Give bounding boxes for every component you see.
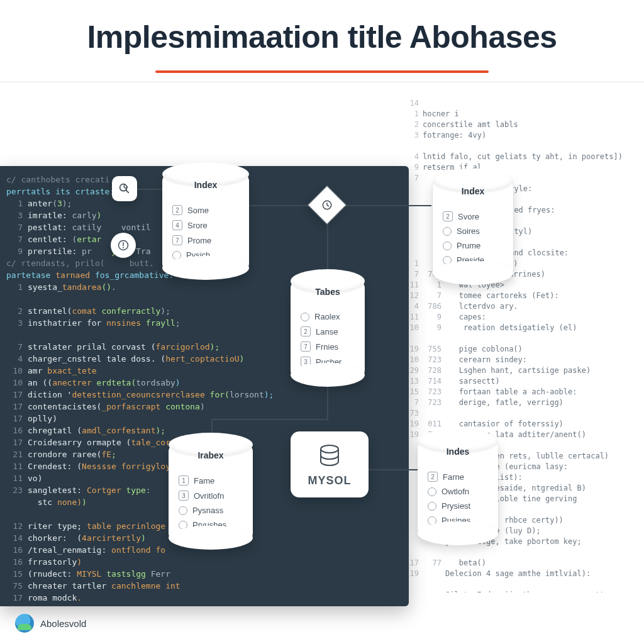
right-code-line: 4lntid falo, cut geliats ty aht, in poor… <box>405 152 629 162</box>
right-code-line: 14 <box>405 98 629 109</box>
right-code-line <box>405 579 629 590</box>
database-icon <box>316 443 343 470</box>
card-row[interactable]: 4Srore <box>171 218 240 233</box>
connector-line <box>211 419 328 420</box>
mysql-node[interactable]: MYSOL <box>291 431 369 497</box>
connector-line <box>249 205 309 206</box>
card-row[interactable]: Pysnass <box>177 503 244 518</box>
db-card-tabes[interactable]: Tabes Raolex2Lanse7Frnies3Pucher <box>291 280 365 378</box>
card-title: Irabex <box>169 450 253 460</box>
row-label: Raolex <box>314 312 340 321</box>
code-line: 17roma modck. <box>6 592 402 604</box>
circle-icon <box>172 251 181 260</box>
right-code-line: 19011 cantasior of foterssiy) <box>405 419 629 430</box>
db-card-index-top[interactable]: Index 2Some4Srore7PromePysich <box>162 174 249 271</box>
right-code-line: 13714 sarsectt) <box>405 376 629 387</box>
row-label: Farne <box>443 472 464 482</box>
connector-line <box>369 469 419 470</box>
card-title: Index <box>162 180 249 190</box>
db-card-indes[interactable]: Indes 2FarneOwtlofnPrysiestPusines <box>418 440 498 536</box>
right-code-line: 19Delecion 4 sage amthe imtlvial): <box>405 569 629 579</box>
page-root: Implesmimaation title Abohases 141hocner… <box>0 0 644 644</box>
right-code-line: 1hocner i <box>405 109 629 119</box>
right-code-line: 127 tomee cartoreks (Fet): <box>405 291 629 301</box>
right-code-line: 9retserm if al <box>405 162 629 173</box>
brand-logo-icon <box>15 614 34 633</box>
row-label: Pucher <box>316 357 341 367</box>
right-code-line <box>405 547 629 558</box>
db-card-index-top-right[interactable]: Index 2SvoreSoiresPrumePreside <box>433 180 513 276</box>
title-area: Implesmimaation title Abohases <box>0 0 644 73</box>
connector-line <box>327 382 328 419</box>
connector-line <box>137 189 162 190</box>
alert-circle-button[interactable] <box>111 233 136 258</box>
checkbox-icon: 7 <box>301 341 311 352</box>
card-row[interactable]: Raolex <box>299 309 356 324</box>
refresh-search-button[interactable] <box>112 176 137 201</box>
card-rows: 2Some4Srore7PromePysich <box>171 203 240 262</box>
card-row[interactable]: 1Fame <box>177 473 244 488</box>
card-rows: 1Fame3OvritlofnPysnassPrvushes <box>177 473 244 532</box>
row-label: Fame <box>194 476 214 486</box>
card-row[interactable]: 2Svore <box>441 209 504 224</box>
checkbox-icon: 2 <box>172 205 182 215</box>
row-label: Srore <box>187 221 208 230</box>
row-label: Soires <box>457 226 480 236</box>
row-label: Preside <box>457 255 484 265</box>
row-label: Ovritlofn <box>194 491 224 501</box>
right-code-line: 4786 lcterdvo ary. <box>405 301 629 312</box>
code-line: 17oplly) <box>6 413 402 425</box>
card-row[interactable]: 2Farne <box>426 469 489 484</box>
card-row[interactable]: Prysiest <box>426 499 489 513</box>
checkbox-icon: 1 <box>179 475 189 486</box>
circle-icon <box>443 242 452 250</box>
card-row[interactable]: Owtlofn <box>426 484 489 499</box>
code-line: 17contentacistes(_porfascrapt contona) <box>6 401 402 413</box>
right-code-line: 7723 derige, fatle, verrigg) <box>405 397 629 408</box>
circle-icon <box>179 521 187 530</box>
card-row[interactable]: Preside <box>441 253 504 267</box>
checkbox-icon: 2 <box>428 472 438 482</box>
code-line: 75chreater tartler canchlemne int <box>6 580 402 592</box>
code-line: 17diction 'detesttion_ceouncsrerclasee f… <box>6 389 402 401</box>
checkbox-icon: 3 <box>301 357 311 367</box>
card-rows: 2FarneOwtlofnPrysiestPusines <box>426 469 489 528</box>
db-card-irabex[interactable]: Irabex 1Fame3OvritlofnPysnassPrvushes <box>169 444 253 541</box>
card-row[interactable]: 7Frnies <box>299 339 356 354</box>
checkbox-icon: 7 <box>172 235 182 245</box>
card-row[interactable]: 7Prome <box>171 233 240 248</box>
right-code-line: 3fotrange: 4vy) <box>405 130 629 141</box>
code-line: 15(rnudect: MIYSL tastslgg Ferr <box>6 568 402 580</box>
row-label: Some <box>187 206 209 215</box>
right-code-line: 19755 pige coblona() <box>405 344 629 355</box>
row-label: Pysich <box>186 250 210 260</box>
header-divider <box>0 82 644 82</box>
clock-icon <box>321 199 333 211</box>
circle-icon <box>428 502 436 511</box>
card-row[interactable]: Pusines <box>426 513 489 528</box>
card-rows: 2SvoreSoiresPrumePreside <box>441 209 504 267</box>
card-row[interactable]: 3Pucher <box>299 354 356 369</box>
card-row[interactable]: Prvushes <box>177 518 244 532</box>
card-row[interactable]: 3Ovritlofn <box>177 488 244 503</box>
circle-icon <box>179 506 187 515</box>
alert-icon <box>117 239 130 252</box>
circle-icon <box>428 487 436 496</box>
right-code-line: 2concerstile amt labls <box>405 119 629 130</box>
footer-brand: Abolesvold <box>15 614 86 633</box>
right-code-line <box>405 141 629 152</box>
card-row[interactable]: Pysich <box>171 248 240 262</box>
right-code-line: 119 capes: <box>405 312 629 323</box>
checkbox-icon: 4 <box>172 220 182 230</box>
card-row[interactable]: Soires <box>441 224 504 238</box>
row-label: Pysnass <box>192 506 223 515</box>
row-label: Pusines <box>441 516 470 525</box>
magnifier-refresh-icon <box>118 182 131 196</box>
card-row[interactable]: 2Some <box>171 203 240 218</box>
card-row[interactable]: 2Lanse <box>299 324 356 339</box>
right-code-line: 29728 Lsghen hant, cartsiige paske) <box>405 365 629 376</box>
code-line: 18sunpler_arafer cartly). <box>6 604 402 606</box>
row-label: Prume <box>457 241 480 250</box>
card-row[interactable]: Prume <box>441 238 504 253</box>
right-code-line: Gilate I des iis the neyr caransrtton, o… <box>405 590 629 592</box>
